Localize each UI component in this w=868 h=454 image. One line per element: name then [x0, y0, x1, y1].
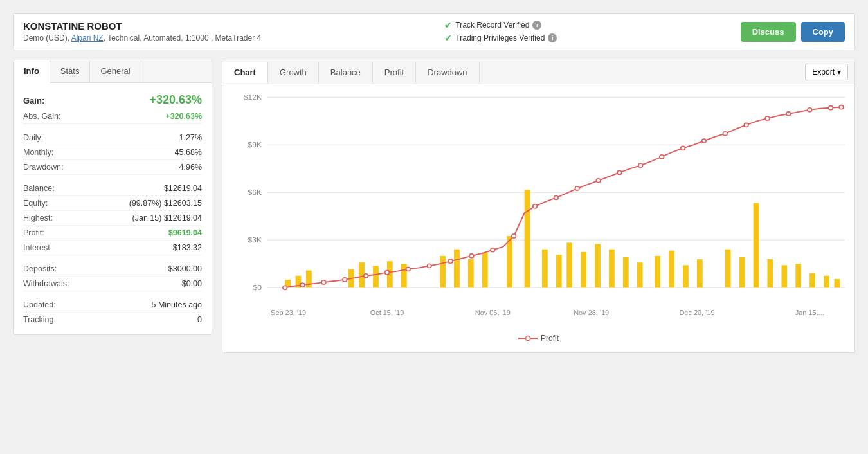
chart-tab-drawdown[interactable]: Drawdown — [416, 62, 479, 83]
track-record-badge: ✔ Track Record Verified i — [444, 20, 557, 30]
updated-row: Updated: 5 Minutes ago — [23, 298, 202, 313]
tab-info[interactable]: Info — [14, 60, 50, 83]
svg-rect-30 — [542, 250, 548, 288]
export-button[interactable]: Export ▾ — [805, 64, 848, 80]
check-icon-1: ✔ — [444, 20, 452, 30]
svg-rect-25 — [454, 250, 460, 288]
export-chevron-icon: ▾ — [837, 68, 841, 77]
copy-button[interactable]: Copy — [801, 22, 845, 42]
highest-label: Highest: — [23, 213, 53, 222]
chart-legend: Profit — [232, 329, 845, 349]
monthly-label: Monthly: — [23, 148, 53, 157]
svg-point-74 — [765, 116, 770, 120]
deposits-value: $3000.00 — [168, 264, 202, 273]
updated-label: Updated: — [23, 300, 56, 309]
chart-tab-chart[interactable]: Chart — [222, 62, 268, 83]
gain-label: Gain: — [23, 96, 44, 105]
deposits-label: Deposits: — [23, 264, 57, 273]
svg-rect-39 — [669, 251, 674, 288]
svg-rect-35 — [609, 250, 615, 288]
tab-stats[interactable]: Stats — [50, 60, 91, 82]
svg-point-71 — [702, 139, 707, 143]
chart-svg: $12K $9K $6K $3K $0 Sep 23, '19 Oct 15, … — [232, 91, 845, 329]
chart-tab-balance[interactable]: Balance — [319, 62, 373, 83]
highest-value: (Jan 15) $12619.04 — [132, 213, 202, 222]
svg-point-80 — [525, 336, 530, 341]
svg-rect-40 — [683, 265, 689, 287]
drawdown-row: Drawdown: 4.96% — [23, 160, 202, 175]
action-buttons: Discuss Copy — [741, 22, 845, 42]
check-icon-2: ✔ — [444, 33, 452, 43]
verified-1-label: Track Record Verified — [455, 21, 529, 30]
info-icon-2[interactable]: i — [548, 33, 557, 42]
svg-point-76 — [808, 108, 812, 112]
equity-value: (99.87%) $12603.15 — [129, 199, 202, 208]
svg-rect-43 — [739, 257, 745, 287]
svg-rect-24 — [440, 256, 446, 287]
profit-row: Profit: $9619.04 — [23, 226, 202, 241]
left-panel: Info Stats General Gain: +320.63% Abs. G… — [13, 60, 212, 335]
balance-value: $12619.04 — [164, 184, 202, 193]
tracking-row: Tracking 0 — [23, 313, 202, 327]
svg-point-63 — [533, 204, 538, 208]
svg-rect-36 — [623, 257, 629, 287]
abs-gain-row: Abs. Gain: +320.63% — [23, 109, 202, 124]
highest-row: Highest: (Jan 15) $12619.04 — [23, 211, 202, 226]
svg-point-70 — [681, 146, 685, 150]
profit-value: $9619.04 — [168, 228, 202, 237]
svg-rect-45 — [768, 259, 773, 287]
svg-point-60 — [469, 254, 474, 258]
svg-point-65 — [575, 186, 579, 190]
svg-rect-44 — [754, 203, 759, 288]
top-bar: KONSTATINE ROBOT Demo (USD), Alpari NZ, … — [13, 13, 855, 50]
svg-point-75 — [786, 112, 791, 116]
updated-value: 5 Minutes ago — [151, 300, 202, 309]
info-icon-1[interactable]: i — [532, 21, 541, 30]
robot-info: KONSTATINE ROBOT Demo (USD), Alpari NZ, … — [23, 21, 261, 42]
trading-privileges-badge: ✔ Trading Privileges Verified i — [444, 33, 557, 43]
equity-row: Equity: (99.87%) $12603.15 — [23, 196, 202, 211]
svg-point-77 — [829, 106, 833, 110]
svg-text:$0: $0 — [253, 284, 262, 292]
svg-point-55 — [364, 274, 368, 278]
svg-text:Dec 20, '19: Dec 20, '19 — [679, 309, 714, 317]
svg-text:$3K: $3K — [248, 236, 262, 244]
svg-point-67 — [617, 170, 622, 174]
verified-2-label: Trading Privileges Verified — [455, 33, 545, 42]
svg-rect-23 — [401, 264, 407, 287]
svg-point-68 — [638, 163, 643, 167]
svg-rect-34 — [595, 244, 601, 287]
robot-name: KONSTATINE ROBOT — [23, 21, 261, 32]
svg-rect-42 — [725, 250, 731, 288]
svg-text:Nov 28, '19: Nov 28, '19 — [574, 309, 609, 317]
chart-tab-growth[interactable]: Growth — [268, 62, 319, 83]
balance-row: Balance: $12619.04 — [23, 181, 202, 196]
daily-row: Daily: 1.27% — [23, 131, 202, 145]
export-label: Export — [812, 68, 835, 77]
svg-point-56 — [385, 271, 390, 275]
gain-row: Gain: +320.63% — [23, 91, 202, 109]
broker-link[interactable]: Alpari NZ — [71, 33, 104, 42]
svg-text:Oct 15, '19: Oct 15, '19 — [370, 309, 404, 317]
svg-rect-28 — [507, 236, 512, 287]
svg-rect-32 — [566, 242, 572, 287]
interest-label: Interest: — [23, 243, 52, 252]
svg-point-59 — [448, 259, 453, 263]
equity-label: Equity: — [23, 199, 48, 208]
chart-tab-profit[interactable]: Profit — [373, 62, 416, 83]
svg-text:$12K: $12K — [244, 93, 262, 102]
svg-text:$9K: $9K — [248, 141, 262, 149]
discuss-button[interactable]: Discuss — [741, 22, 796, 42]
svg-point-54 — [343, 278, 347, 282]
svg-point-61 — [491, 248, 495, 252]
gain-value: +320.63% — [149, 93, 202, 107]
info-body: Gain: +320.63% Abs. Gain: +320.63% Daily… — [14, 83, 212, 334]
chart-area: $12K $9K $6K $3K $0 Sep 23, '19 Oct 15, … — [222, 84, 854, 352]
daily-value: 1.27% — [179, 133, 202, 142]
legend-profit-label: Profit — [541, 334, 559, 343]
tab-general[interactable]: General — [90, 60, 141, 82]
svg-point-78 — [839, 105, 844, 109]
chart-tabs: Chart Growth Balance Profit Drawdown Exp… — [222, 60, 854, 84]
svg-rect-33 — [581, 252, 586, 288]
abs-gain-value: +320.63% — [165, 112, 202, 121]
